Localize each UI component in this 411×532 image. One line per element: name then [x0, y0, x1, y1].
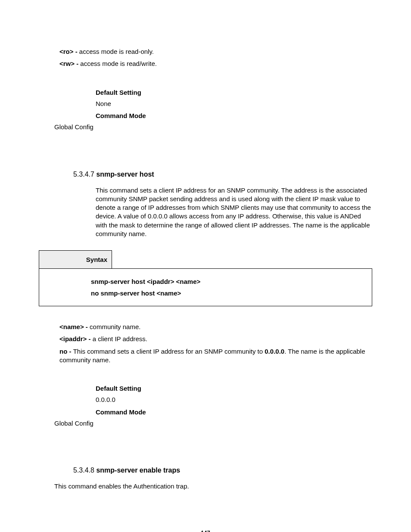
param-ipaddr-tag: <ipaddr> -: [59, 335, 93, 342]
param-ipaddr: <ipaddr> - a client IP address.: [59, 335, 372, 343]
heading-548-title: snmp-server enable traps: [96, 467, 180, 474]
param-rw-tag: <rw> -: [59, 60, 80, 67]
param-name: <name> - community name.: [59, 323, 372, 331]
heading-547-title: snmp-server host: [96, 171, 154, 178]
s547-default-label: Default Setting: [96, 384, 372, 393]
top-default-block: Default Setting None Command Mode: [96, 88, 372, 121]
syntax-box-547: Syntax snmp-server host <ipaddr> <name> …: [39, 250, 372, 306]
param-no-bold: 0.0.0.0: [265, 348, 284, 355]
top-default-label: Default Setting: [96, 88, 372, 97]
param-ro-tag: <ro> -: [59, 48, 79, 55]
param-name-tag: <name> -: [59, 323, 90, 330]
top-default-value: None: [96, 100, 372, 108]
top-mode-value: Global Config: [54, 123, 372, 131]
heading-547-num: 5.3.4.7: [73, 171, 96, 178]
params-547: <name> - community name. <ipaddr> - a cl…: [59, 323, 372, 364]
heading-547: 5.3.4.7 snmp-server host: [73, 171, 372, 178]
desc-548: This command enables the Authentication …: [54, 482, 372, 491]
param-rw-desc: access mode is read/write.: [80, 60, 157, 67]
param-no: no - This command sets a client IP addre…: [59, 347, 372, 365]
page-number: 147: [39, 529, 372, 532]
param-ro-desc: access mode is read-only.: [79, 48, 154, 55]
syntax-tab-label: Syntax: [39, 250, 112, 268]
param-name-desc: community name.: [90, 323, 140, 330]
param-ro: <ro> - access mode is read-only.: [59, 47, 372, 56]
heading-548-num: 5.3.4.8: [73, 467, 96, 474]
s547-mode-label: Command Mode: [96, 408, 372, 417]
syntax-line1: snmp-server host <ipaddr> <name>: [91, 276, 372, 287]
top-mode-label: Command Mode: [96, 112, 372, 120]
syntax-body-547: snmp-server host <ipaddr> <name> no snmp…: [39, 268, 372, 306]
document-page: <ro> - access mode is read-only. <rw> - …: [0, 0, 411, 532]
s547-default-value: 0.0.0.0: [96, 395, 372, 404]
syntax-line2: no snmp-server host <name>: [91, 287, 372, 299]
param-no-tag: no -: [59, 348, 73, 355]
param-ipaddr-desc: a client IP address.: [93, 335, 147, 342]
param-no-descA: This command sets a client IP address fo…: [73, 348, 265, 355]
param-rw: <rw> - access mode is read/write.: [59, 59, 372, 68]
settings-547: Default Setting 0.0.0.0 Command Mode: [96, 384, 372, 417]
heading-548: 5.3.4.8 snmp-server enable traps: [73, 467, 372, 474]
s547-mode-value: Global Config: [54, 419, 372, 428]
top-params-block: <ro> - access mode is read-only. <rw> - …: [59, 47, 372, 68]
desc-547: This command sets a client IP address fo…: [96, 186, 372, 239]
